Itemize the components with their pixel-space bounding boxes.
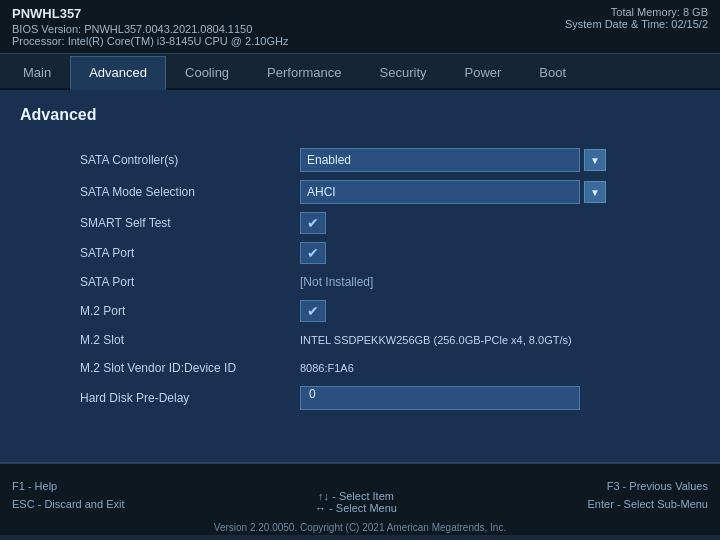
value-m2-port: ✔: [300, 300, 700, 322]
processor-value: Intel(R) Core(TM) i3-8145U CPU @ 2.10GHz: [68, 35, 289, 47]
nav-select-item: ↑↓ - Select Item: [315, 490, 397, 502]
content-area: Advanced SATA Controller(s) Enabled ▼ SA…: [0, 90, 720, 462]
tab-bar: Main Advanced Cooling Performance Securi…: [0, 54, 720, 90]
label-sata-mode: SATA Mode Selection: [20, 185, 300, 199]
setting-row-sata-mode: SATA Mode Selection AHCI ▼: [20, 176, 700, 208]
value-sata-port1: ✔: [300, 242, 700, 264]
enter-submenu: Enter - Select Sub-Menu: [588, 495, 708, 514]
copyright-text: Version 2.20.0050. Copyright (C) 2021 Am…: [214, 522, 506, 533]
tab-advanced[interactable]: Advanced: [70, 56, 166, 90]
f3-prev: F3 - Previous Values: [588, 477, 708, 496]
footer-copyright: Version 2.20.0050. Copyright (C) 2021 Am…: [0, 520, 720, 535]
dropdown-mode-value: AHCI: [307, 185, 336, 199]
label-m2-vendor: M.2 Slot Vendor ID:Device ID: [20, 361, 300, 375]
esc-exit: ESC - Discard and Exit: [12, 495, 124, 514]
setting-row-smart: SMART Self Test ✔: [20, 208, 700, 238]
bios-version-value: PNWHL357.0043.2021.0804.1150: [84, 23, 252, 35]
section-title: Advanced: [20, 106, 700, 128]
dropdown-sata-mode[interactable]: AHCI: [300, 180, 580, 204]
label-sata-controllers: SATA Controller(s): [20, 153, 300, 167]
value-sata-port2: [Not Installed]: [300, 275, 700, 289]
dropdown-sata-controllers[interactable]: Enabled: [300, 148, 580, 172]
checkbox-sata-port1[interactable]: ✔: [300, 242, 326, 264]
setting-row-hdd-delay: Hard Disk Pre-Delay 0: [20, 382, 700, 414]
tab-cooling[interactable]: Cooling: [166, 56, 248, 90]
header-bar: PNWHL357 BIOS Version: PNWHL357.0043.202…: [0, 0, 720, 54]
checkbox-m2-port[interactable]: ✔: [300, 300, 326, 322]
date-value: 02/15/2: [671, 18, 708, 30]
checkbox-smart[interactable]: ✔: [300, 212, 326, 234]
setting-row-sata-port2: SATA Port [Not Installed]: [20, 268, 700, 296]
value-sata-controllers: Enabled ▼: [300, 148, 700, 172]
memory-label: Total Memory:: [611, 6, 680, 18]
value-hdd-delay: 0: [300, 386, 700, 410]
memory-value: 8 GB: [683, 6, 708, 18]
footer-right: F3 - Previous Values Enter - Select Sub-…: [588, 477, 708, 514]
footer-left: F1 - Help ESC - Discard and Exit: [12, 477, 124, 514]
memory-info: Total Memory: 8 GB: [565, 6, 708, 18]
value-sata-mode: AHCI ▼: [300, 180, 700, 204]
bios-version-label: BIOS Version:: [12, 23, 81, 35]
setting-row-m2-vendor: M.2 Slot Vendor ID:Device ID 8086:F1A6: [20, 354, 700, 382]
dropdown-sata-value: Enabled: [307, 153, 351, 167]
value-m2-vendor: 8086:F1A6: [300, 362, 700, 374]
value-m2-slot: INTEL SSDPEKKW256GB (256.0GB-PCle x4, 8.…: [300, 334, 700, 346]
model-name: PNWHL357: [12, 6, 288, 21]
dropdown-mode-arrow[interactable]: ▼: [584, 181, 606, 203]
label-m2-slot: M.2 Slot: [20, 333, 300, 347]
nav-select-menu: ↔ - Select Menu: [315, 502, 397, 514]
label-sata-port2: SATA Port: [20, 275, 300, 289]
setting-row-sata-controllers: SATA Controller(s) Enabled ▼: [20, 144, 700, 176]
label-smart: SMART Self Test: [20, 216, 300, 230]
setting-row-sata-port1: SATA Port ✔: [20, 238, 700, 268]
tab-power[interactable]: Power: [446, 56, 521, 90]
footer: F1 - Help ESC - Discard and Exit ↑↓ - Se…: [0, 462, 720, 520]
date-info: System Date & Time: 02/15/2: [565, 18, 708, 30]
settings-table: SATA Controller(s) Enabled ▼ SATA Mode S…: [20, 144, 700, 414]
dropdown-sata-arrow[interactable]: ▼: [584, 149, 606, 171]
tab-security[interactable]: Security: [361, 56, 446, 90]
label-hdd-delay: Hard Disk Pre-Delay: [20, 391, 300, 405]
label-m2-port: M.2 Port: [20, 304, 300, 318]
bios-info: BIOS Version: PNWHL357.0043.2021.0804.11…: [12, 23, 288, 35]
tab-main[interactable]: Main: [4, 56, 70, 90]
date-label: System Date & Time:: [565, 18, 668, 30]
f1-help: F1 - Help: [12, 477, 124, 496]
header-left: PNWHL357 BIOS Version: PNWHL357.0043.202…: [12, 6, 288, 47]
setting-row-m2-port: M.2 Port ✔: [20, 296, 700, 326]
header-right: Total Memory: 8 GB System Date & Time: 0…: [565, 6, 708, 30]
tab-boot[interactable]: Boot: [520, 56, 585, 90]
footer-center: ↑↓ - Select Item ↔ - Select Menu: [315, 490, 397, 514]
value-smart: ✔: [300, 212, 700, 234]
processor-label: Processor:: [12, 35, 65, 47]
label-sata-port1: SATA Port: [20, 246, 300, 260]
setting-row-m2-slot: M.2 Slot INTEL SSDPEKKW256GB (256.0GB-PC…: [20, 326, 700, 354]
input-hdd-delay[interactable]: 0: [300, 386, 580, 410]
tab-performance[interactable]: Performance: [248, 56, 360, 90]
processor-info: Processor: Intel(R) Core(TM) i3-8145U CP…: [12, 35, 288, 47]
